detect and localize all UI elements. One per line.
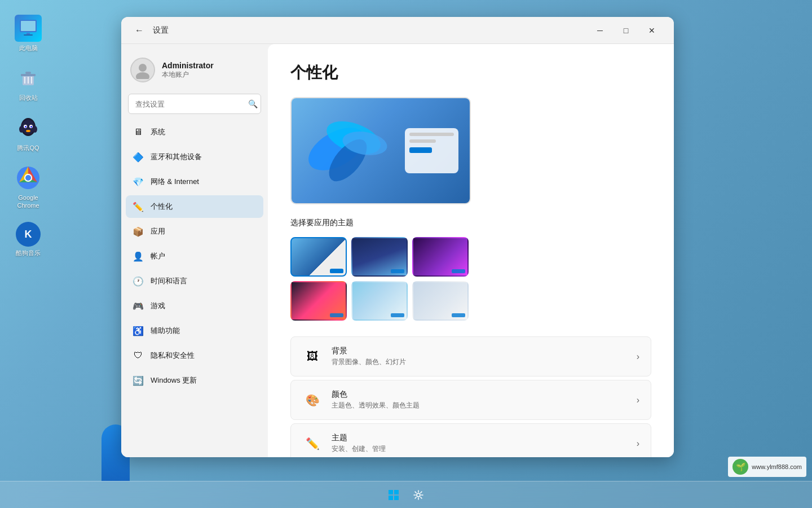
watermark-text: www.ylmf888.com bbox=[752, 463, 802, 470]
svg-rect-1 bbox=[21, 21, 36, 31]
desktop-icon-kugou[interactable]: K 酷狗音乐 bbox=[6, 218, 51, 260]
theme-grid bbox=[290, 237, 651, 321]
theme-t2[interactable] bbox=[351, 237, 408, 277]
svg-rect-33 bbox=[394, 496, 399, 500]
svg-rect-30 bbox=[389, 490, 393, 494]
qq-label: 腾讯QQ bbox=[17, 144, 39, 152]
page-title: 个性化 bbox=[290, 62, 651, 84]
themes-desc: 安装、创建、管理 bbox=[332, 444, 628, 454]
desktop-icon-recycle-bin[interactable]: 回收站 bbox=[6, 61, 51, 105]
background-arrow: › bbox=[637, 352, 639, 362]
theme-t4[interactable] bbox=[290, 281, 347, 321]
svg-point-24 bbox=[139, 64, 147, 72]
start-button[interactable] bbox=[383, 485, 404, 505]
preview-line-2 bbox=[409, 139, 436, 143]
privacy-security-label: 隐私和安全性 bbox=[151, 351, 195, 361]
settings-item-themes[interactable]: ✏️ 主题 安装、创建、管理 › bbox=[290, 423, 651, 457]
personalization-icon: ✏️ bbox=[133, 201, 144, 212]
chrome-icon bbox=[15, 164, 42, 191]
main-content: 个性化 bbox=[268, 44, 674, 457]
network-label: 网络 & Internet bbox=[151, 177, 199, 187]
background-text: 背景 背景图像、颜色、幻灯片 bbox=[332, 346, 628, 367]
settings-item-colors[interactable]: 🎨 颜色 主题色、透明效果、颜色主题 › bbox=[290, 380, 651, 420]
background-title: 背景 bbox=[332, 346, 628, 356]
search-input[interactable] bbox=[128, 94, 261, 114]
colors-icon: 🎨 bbox=[302, 390, 323, 410]
svg-rect-2 bbox=[27, 33, 30, 34]
desktop-icon-chrome[interactable]: Google Chrome bbox=[6, 161, 51, 213]
nav-item-gaming[interactable]: 🎮 游戏 bbox=[126, 295, 263, 317]
themes-arrow: › bbox=[637, 439, 639, 449]
preview-background bbox=[292, 98, 470, 203]
background-icon: 🖼 bbox=[302, 347, 323, 367]
nav-item-windows-update[interactable]: 🔄 Windows 更新 bbox=[126, 369, 263, 392]
nav-item-accounts[interactable]: 👤 帐户 bbox=[126, 245, 263, 268]
accessibility-icon: ♿ bbox=[133, 325, 144, 336]
network-icon: 💎 bbox=[133, 176, 144, 187]
themes-title: 主题 bbox=[332, 433, 628, 443]
maximize-button[interactable]: □ bbox=[613, 21, 639, 40]
apps-label: 应用 bbox=[151, 226, 165, 237]
windows-bloom-preview bbox=[303, 110, 404, 194]
title-bar: ← 设置 ─ □ ✕ bbox=[121, 17, 674, 44]
desktop-icon-qq[interactable]: 腾讯QQ bbox=[6, 111, 51, 155]
qq-icon bbox=[15, 115, 42, 142]
nav-item-network[interactable]: 💎 网络 & Internet bbox=[126, 170, 263, 193]
bluetooth-icon: 🔷 bbox=[133, 151, 144, 163]
theme-t5[interactable] bbox=[351, 281, 408, 321]
nav-item-bluetooth[interactable]: 🔷 蓝牙和其他设备 bbox=[126, 146, 263, 168]
theme-t3[interactable] bbox=[412, 237, 469, 277]
nav-item-time-language[interactable]: 🕐 时间和语言 bbox=[126, 270, 263, 292]
svg-point-34 bbox=[417, 493, 420, 497]
svg-rect-3 bbox=[24, 34, 33, 36]
accessibility-label: 辅助功能 bbox=[151, 326, 180, 336]
colors-text: 颜色 主题色、透明效果、颜色主题 bbox=[332, 389, 628, 410]
window-body: Administrator 本地账户 🔍 🖥 系统 🔷 蓝牙和其他设备 💎 网络… bbox=[121, 44, 674, 457]
user-name: Administrator bbox=[162, 61, 259, 70]
user-avatar bbox=[130, 58, 155, 82]
accounts-icon: 👤 bbox=[133, 251, 144, 262]
settings-item-background[interactable]: 🖼 背景 背景图像、颜色、幻灯片 › bbox=[290, 336, 651, 376]
chrome-label: Google Chrome bbox=[9, 194, 47, 210]
nav-item-personalization[interactable]: ✏️ 个性化 bbox=[126, 195, 263, 218]
svg-point-14 bbox=[25, 126, 27, 128]
accounts-label: 帐户 bbox=[151, 251, 165, 261]
search-icon[interactable]: 🔍 bbox=[248, 99, 258, 108]
window-title: 设置 bbox=[153, 25, 169, 36]
svg-point-18 bbox=[33, 126, 37, 133]
windows-update-label: Windows 更新 bbox=[151, 375, 197, 386]
background-desc: 背景图像、颜色、幻灯片 bbox=[332, 357, 628, 367]
window-controls: ─ □ ✕ bbox=[587, 21, 665, 40]
user-account: 本地账户 bbox=[162, 70, 259, 80]
theme-t6[interactable] bbox=[412, 281, 469, 321]
gaming-icon: 🎮 bbox=[133, 300, 144, 312]
kugou-icon: K bbox=[16, 222, 41, 247]
svg-point-15 bbox=[30, 126, 32, 128]
nav-item-system[interactable]: 🖥 系统 bbox=[126, 121, 263, 143]
nav-item-privacy-security[interactable]: 🛡 隐私和安全性 bbox=[126, 344, 263, 367]
svg-rect-32 bbox=[389, 496, 393, 500]
desktop-icons-area: 此电脑 回收站 bbox=[0, 0, 56, 508]
nav-item-accessibility[interactable]: ♿ 辅助功能 bbox=[126, 319, 263, 342]
nav-item-apps[interactable]: 📦 应用 bbox=[126, 220, 263, 243]
theme-t1[interactable] bbox=[290, 237, 347, 277]
settings-items: 🖼 背景 背景图像、颜色、幻灯片 › 🎨 颜色 主题色、透明效果、颜色主题 › … bbox=[290, 336, 651, 457]
apps-icon: 📦 bbox=[133, 226, 144, 237]
back-button[interactable]: ← bbox=[130, 21, 148, 40]
desktop-icon-my-computer[interactable]: 此电脑 bbox=[6, 11, 51, 55]
preview-button bbox=[409, 147, 432, 153]
settings-sidebar: Administrator 本地账户 🔍 🖥 系统 🔷 蓝牙和其他设备 💎 网络… bbox=[121, 44, 268, 457]
settings-window: ← 设置 ─ □ ✕ bbox=[121, 17, 674, 457]
preview-line-1 bbox=[409, 133, 454, 136]
taskbar-settings-button[interactable] bbox=[408, 485, 429, 505]
themes-icon: ✏️ bbox=[302, 433, 323, 454]
desktop: 此电脑 回收站 bbox=[0, 0, 812, 508]
time-language-label: 时间和语言 bbox=[151, 276, 187, 286]
minimize-button[interactable]: ─ bbox=[587, 21, 613, 40]
recycle-bin-icon bbox=[15, 64, 42, 91]
svg-point-16 bbox=[26, 130, 30, 132]
user-profile[interactable]: Administrator 本地账户 bbox=[126, 51, 263, 89]
kugou-label: 酷狗音乐 bbox=[16, 249, 41, 257]
svg-point-17 bbox=[19, 126, 24, 133]
close-button[interactable]: ✕ bbox=[639, 21, 665, 40]
